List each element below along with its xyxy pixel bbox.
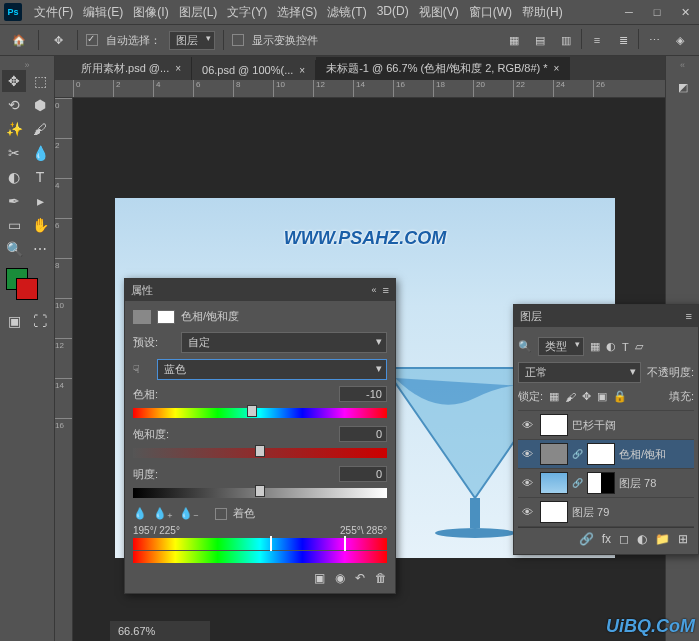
lasso-tool[interactable]: ⟲: [2, 94, 26, 116]
menu-filter[interactable]: 滤镜(T): [323, 2, 370, 23]
lightness-value[interactable]: 0: [339, 466, 387, 482]
panel-menu-icon[interactable]: ≡: [383, 284, 389, 296]
filter-type-icon[interactable]: T: [622, 341, 629, 353]
menu-type[interactable]: 文字(Y): [223, 2, 271, 23]
layer-row[interactable]: 👁 🔗 图层 78: [518, 469, 694, 498]
eyedropper-plus-icon[interactable]: 💧₊: [153, 507, 173, 520]
zoom-tool[interactable]: 🔍: [2, 238, 26, 260]
reset-icon[interactable]: ↶: [355, 571, 365, 585]
eyedropper-icon[interactable]: 💧: [133, 507, 147, 520]
blend-mode-select[interactable]: 正常: [518, 362, 641, 383]
menu-help[interactable]: 帮助(H): [518, 2, 567, 23]
menu-3d[interactable]: 3D(D): [373, 2, 413, 23]
properties-panel[interactable]: 属性 « ≡ 色相/饱和度 预设: 自定 ☟ 蓝色 色相: -10 饱和度: 0…: [124, 278, 396, 594]
quick-select-tool[interactable]: ⬢: [28, 94, 52, 116]
auto-select-target[interactable]: 图层: [169, 31, 215, 50]
heal-tool[interactable]: ◐: [2, 166, 26, 188]
colorize-checkbox[interactable]: [215, 508, 227, 520]
saturation-value[interactable]: 0: [339, 426, 387, 442]
align-icon[interactable]: ▦: [503, 29, 525, 51]
preset-select[interactable]: 自定: [181, 332, 387, 353]
panel-icon[interactable]: ◩: [672, 76, 694, 98]
menu-edit[interactable]: 编辑(E): [79, 2, 127, 23]
menu-layer[interactable]: 图层(L): [175, 2, 222, 23]
eyedropper-minus-icon[interactable]: 💧₋: [179, 507, 199, 520]
mask-icon[interactable]: ◻: [619, 532, 629, 546]
type-tool[interactable]: T: [28, 166, 52, 188]
visibility-icon[interactable]: 👁: [522, 448, 536, 460]
visibility-icon[interactable]: 👁: [522, 419, 536, 431]
move-tool[interactable]: ✥: [2, 70, 26, 92]
lock-paint-icon[interactable]: 🖌: [565, 391, 576, 403]
3d-icon[interactable]: ◈: [669, 29, 691, 51]
layer-row[interactable]: 👁 🔗 色相/饱和: [518, 440, 694, 469]
pen-tool[interactable]: ✒: [2, 190, 26, 212]
menu-file[interactable]: 文件(F): [30, 2, 77, 23]
move-tool-icon[interactable]: ✥: [47, 29, 69, 51]
filter-adj-icon[interactable]: ◐: [606, 340, 616, 353]
fx-icon[interactable]: fx: [602, 532, 611, 546]
filter-pixel-icon[interactable]: ▦: [590, 340, 600, 353]
adjustment-layer-icon[interactable]: ◐: [637, 532, 647, 546]
hue-value[interactable]: -10: [339, 386, 387, 402]
group-icon[interactable]: 📁: [655, 532, 670, 546]
tab-0[interactable]: 所用素材.psd @...×: [71, 57, 192, 80]
menu-view[interactable]: 视图(V): [415, 2, 463, 23]
path-select-tool[interactable]: ▸: [28, 190, 52, 212]
close-icon[interactable]: ×: [554, 63, 560, 74]
hue-range-bar[interactable]: [133, 538, 387, 550]
lock-trans-icon[interactable]: ▦: [549, 390, 559, 403]
align-icon-3[interactable]: ▥: [555, 29, 577, 51]
lightness-slider[interactable]: [133, 488, 387, 498]
more-icon[interactable]: ⋯: [643, 29, 665, 51]
quickmask-tool[interactable]: ▣: [2, 310, 26, 332]
background-color[interactable]: [16, 278, 38, 300]
tab-1[interactable]: 06.psd @ 100%(...×: [192, 60, 316, 80]
layers-panel[interactable]: 图层 ≡ 🔍 类型 ▦ ◐ T ▱ 正常 不透明度: 锁定: ▦ 🖌 ✥ ▣ 🔒…: [513, 304, 699, 555]
lock-all-icon[interactable]: 🔒: [613, 390, 627, 403]
saturation-slider[interactable]: [133, 448, 387, 458]
home-icon[interactable]: 🏠: [8, 29, 30, 51]
screenmode-tool[interactable]: ⛶: [28, 310, 52, 332]
lock-move-icon[interactable]: ✥: [582, 390, 591, 403]
collapse-icon[interactable]: «: [372, 285, 377, 295]
mask-icon[interactable]: [157, 310, 175, 324]
visibility-icon[interactable]: 👁: [522, 477, 536, 489]
panel-menu-icon[interactable]: ≡: [686, 310, 692, 322]
show-transform-checkbox[interactable]: [232, 34, 244, 46]
close-button[interactable]: ✕: [675, 4, 695, 20]
close-icon[interactable]: ×: [175, 63, 181, 74]
minimize-button[interactable]: ─: [619, 4, 639, 20]
edit-toolbar[interactable]: ⋯: [28, 238, 52, 260]
distribute-icon[interactable]: ≡: [586, 29, 608, 51]
layer-row[interactable]: 👁 巴杉干阔: [518, 411, 694, 440]
filter-type-select[interactable]: 类型: [538, 337, 584, 356]
lock-artboard-icon[interactable]: ▣: [597, 390, 607, 403]
distribute-icon-2[interactable]: ≣: [612, 29, 634, 51]
filter-shape-icon[interactable]: ▱: [635, 340, 643, 353]
tab-2[interactable]: 未标题-1 @ 66.7% (色相/饱和度 2, RGB/8#) *×: [316, 57, 570, 80]
delete-icon[interactable]: 🗑: [375, 571, 387, 585]
clip-icon[interactable]: ▣: [314, 571, 325, 585]
marquee-tool[interactable]: ⬚: [28, 70, 52, 92]
link-icon[interactable]: 🔗: [579, 532, 594, 546]
target-adjust-icon[interactable]: ☟: [133, 363, 151, 376]
view-prev-icon[interactable]: ◉: [335, 571, 345, 585]
align-icon-2[interactable]: ▤: [529, 29, 551, 51]
hue-slider[interactable]: [133, 408, 387, 418]
maximize-button[interactable]: □: [647, 4, 667, 20]
menu-select[interactable]: 选择(S): [273, 2, 321, 23]
brush-tool[interactable]: 🖌: [28, 118, 52, 140]
menu-window[interactable]: 窗口(W): [465, 2, 516, 23]
close-icon[interactable]: ×: [299, 65, 305, 76]
layer-row[interactable]: 👁 图层 79: [518, 498, 694, 527]
eyedropper-tool[interactable]: 💧: [28, 142, 52, 164]
magic-wand-tool[interactable]: ✨: [2, 118, 26, 140]
auto-select-checkbox[interactable]: [86, 34, 98, 46]
visibility-icon[interactable]: 👁: [522, 506, 536, 518]
new-layer-icon[interactable]: ⊞: [678, 532, 688, 546]
crop-tool[interactable]: ✂: [2, 142, 26, 164]
hand-tool[interactable]: ✋: [28, 214, 52, 236]
menu-image[interactable]: 图像(I): [129, 2, 172, 23]
shape-tool[interactable]: ▭: [2, 214, 26, 236]
